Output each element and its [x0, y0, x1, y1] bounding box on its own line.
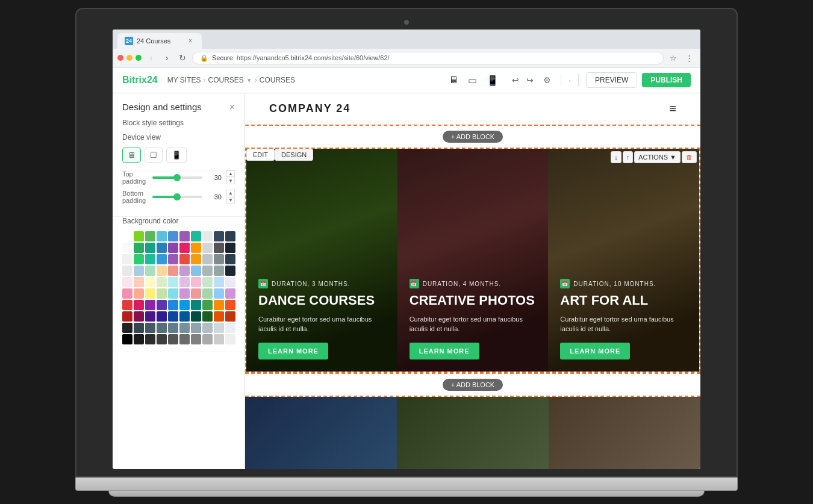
card-title[interactable]: ART FOR ALL: [560, 293, 687, 308]
color-swatch[interactable]: [179, 288, 190, 299]
tab-close-button[interactable]: ×: [186, 37, 195, 45]
add-block-top-button[interactable]: + ADD BLOCK: [443, 131, 503, 143]
color-swatch[interactable]: [122, 254, 132, 264]
add-block-bottom-button[interactable]: + ADD BLOCK: [443, 379, 503, 391]
learn-more-button[interactable]: LEARN MORE: [410, 343, 479, 359]
color-swatch[interactable]: [134, 323, 144, 333]
color-swatch[interactable]: [191, 231, 201, 241]
color-swatch[interactable]: [145, 288, 155, 299]
learn-more-button[interactable]: LEARN MORE: [560, 343, 630, 359]
color-swatch[interactable]: [157, 243, 167, 253]
color-swatch[interactable]: [168, 323, 178, 333]
refresh-button[interactable]: ↻: [176, 52, 188, 64]
color-swatch[interactable]: [168, 254, 178, 264]
maximize-window-button[interactable]: [136, 55, 142, 61]
color-swatch[interactable]: [214, 334, 224, 344]
color-swatch[interactable]: [134, 288, 144, 299]
color-swatch[interactable]: [122, 266, 132, 276]
color-swatch[interactable]: [225, 288, 235, 299]
color-swatch[interactable]: [134, 254, 144, 264]
color-swatch[interactable]: [122, 300, 132, 310]
color-swatch[interactable]: [202, 243, 213, 253]
color-swatch[interactable]: [157, 231, 167, 241]
color-swatch[interactable]: [191, 254, 201, 264]
color-swatch[interactable]: [191, 277, 201, 287]
forward-button[interactable]: ›: [161, 52, 173, 64]
color-swatch[interactable]: [214, 311, 224, 322]
close-window-button[interactable]: [117, 55, 123, 61]
color-swatch[interactable]: [202, 266, 213, 276]
move-down-button[interactable]: ↓: [611, 151, 621, 163]
desktop-view-button[interactable]: 🖥: [445, 72, 462, 89]
color-swatch[interactable]: [202, 277, 213, 287]
color-swatch[interactable]: [122, 288, 132, 299]
color-swatch[interactable]: [179, 323, 190, 333]
color-swatch[interactable]: [145, 231, 155, 241]
color-swatch[interactable]: [134, 311, 144, 322]
top-padding-slider[interactable]: [152, 176, 202, 179]
color-swatch[interactable]: [134, 243, 144, 253]
dv-tablet-button[interactable]: ☐: [145, 148, 163, 163]
dv-mobile-button[interactable]: 📱: [166, 148, 187, 163]
delete-block-button[interactable]: 🗑: [682, 151, 697, 163]
color-swatch[interactable]: [225, 300, 235, 310]
color-swatch[interactable]: [122, 334, 132, 344]
card-title[interactable]: DANCE COURSES: [258, 293, 385, 308]
color-swatch[interactable]: [168, 311, 178, 322]
color-swatch[interactable]: [191, 311, 201, 322]
color-swatch[interactable]: [191, 266, 201, 276]
color-swatch[interactable]: [225, 243, 235, 253]
color-swatch[interactable]: [157, 311, 167, 322]
color-swatch[interactable]: [179, 300, 190, 310]
color-swatch[interactable]: [157, 334, 167, 344]
bottom-padding-up-button[interactable]: ▲: [226, 190, 235, 196]
dv-desktop-button[interactable]: 🖥: [122, 148, 141, 163]
bookmark-button[interactable]: ☆: [667, 52, 679, 64]
color-swatch[interactable]: [179, 243, 190, 253]
color-swatch[interactable]: [168, 288, 178, 299]
breadcrumb-courses-1[interactable]: COURSES: [208, 76, 244, 84]
color-swatch[interactable]: [168, 334, 178, 344]
color-swatch[interactable]: [214, 231, 224, 241]
color-swatch[interactable]: [145, 243, 155, 253]
color-swatch[interactable]: [191, 300, 201, 310]
color-swatch[interactable]: [122, 323, 132, 333]
color-swatch[interactable]: [168, 266, 178, 276]
bottom-padding-slider[interactable]: [152, 196, 202, 198]
color-swatch[interactable]: [225, 277, 235, 287]
color-swatch[interactable]: [179, 231, 190, 241]
color-swatch[interactable]: [122, 243, 132, 253]
more-options-button[interactable]: ⋮: [683, 52, 696, 64]
color-swatch[interactable]: [145, 277, 155, 287]
color-swatch[interactable]: [168, 231, 178, 241]
color-swatch[interactable]: [214, 277, 224, 287]
color-swatch[interactable]: [202, 288, 213, 299]
preview-button[interactable]: PREVIEW: [586, 72, 637, 88]
tablet-view-button[interactable]: ▭: [464, 72, 481, 89]
color-swatch[interactable]: [134, 334, 144, 344]
color-swatch[interactable]: [145, 266, 155, 276]
color-swatch[interactable]: [134, 266, 144, 276]
top-padding-up-button[interactable]: ▲: [226, 170, 235, 177]
color-swatch[interactable]: [179, 254, 190, 264]
color-swatch[interactable]: [202, 311, 213, 322]
color-swatch[interactable]: [225, 266, 235, 276]
bottom-padding-down-button[interactable]: ▼: [226, 197, 235, 204]
color-swatch[interactable]: [214, 300, 224, 310]
color-swatch[interactable]: [157, 266, 167, 276]
color-swatch[interactable]: [168, 300, 178, 310]
color-swatch[interactable]: [145, 334, 155, 344]
color-swatch[interactable]: [214, 288, 224, 299]
redo-button[interactable]: ↪: [524, 73, 536, 87]
panel-close-button[interactable]: ×: [229, 102, 235, 113]
color-swatch[interactable]: [225, 311, 235, 322]
color-swatch[interactable]: [202, 300, 213, 310]
learn-more-button[interactable]: LEARN MORE: [258, 343, 328, 359]
mobile-view-button[interactable]: 📱: [483, 72, 502, 89]
color-swatch[interactable]: [202, 231, 213, 241]
color-swatch[interactable]: [202, 254, 213, 264]
color-swatch[interactable]: [179, 334, 190, 344]
color-swatch[interactable]: [122, 231, 132, 241]
breadcrumb-my-sites[interactable]: MY SITES: [167, 76, 201, 84]
color-swatch[interactable]: [191, 323, 201, 333]
